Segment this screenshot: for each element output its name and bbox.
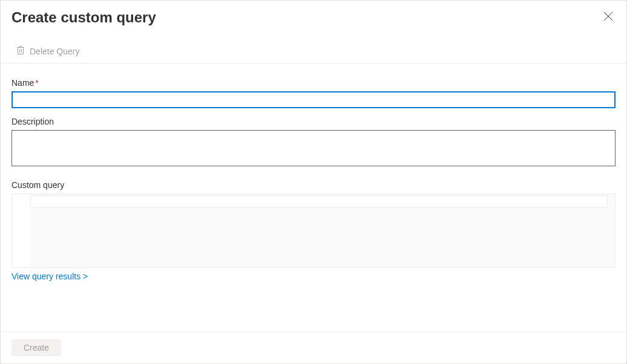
description-field: Description [11,117,616,168]
custom-query-label: Custom query [11,180,616,190]
custom-query-field: Custom query View query results > [11,180,616,281]
description-input[interactable] [11,130,616,166]
name-label: Name* [11,78,616,88]
editor-line [30,195,608,207]
custom-query-editor[interactable] [11,193,616,268]
command-bar: Delete Query [1,41,626,63]
delete-query-label: Delete Query [30,47,79,56]
trash-icon [16,45,25,57]
description-label: Description [11,117,616,126]
editor-gutter [12,194,30,267]
panel-footer: Create [1,331,626,363]
required-asterisk-icon: * [35,78,38,88]
delete-query-button[interactable]: Delete Query [11,45,84,57]
name-input[interactable] [11,91,616,108]
close-icon [603,11,613,23]
view-query-results-link[interactable]: View query results > [11,271,88,281]
close-button[interactable] [601,9,616,25]
panel-title: Create custom query [11,9,156,26]
name-label-text: Name [11,78,34,88]
name-field: Name* [11,78,616,108]
form-body: Name* Description Custom query View quer… [1,63,626,281]
create-button[interactable]: Create [11,339,61,356]
panel-header: Create custom query [1,1,626,26]
